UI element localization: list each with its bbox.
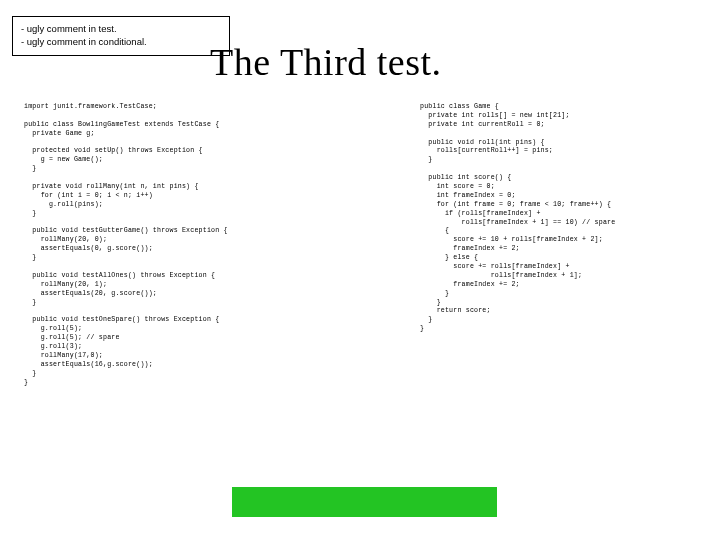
note-box: - ugly comment in test. - ugly comment i… bbox=[12, 16, 230, 56]
code-block-game: public class Game { private int rolls[] … bbox=[420, 103, 710, 334]
note-line-2: - ugly comment in conditional. bbox=[21, 36, 221, 49]
note-line-1: - ugly comment in test. bbox=[21, 23, 221, 36]
green-test-bar bbox=[232, 487, 497, 517]
slide: - ugly comment in test. - ugly comment i… bbox=[0, 0, 720, 540]
code-block-test: import junit.framework.TestCase; public … bbox=[24, 103, 414, 388]
slide-title: The Third test. bbox=[210, 40, 442, 84]
